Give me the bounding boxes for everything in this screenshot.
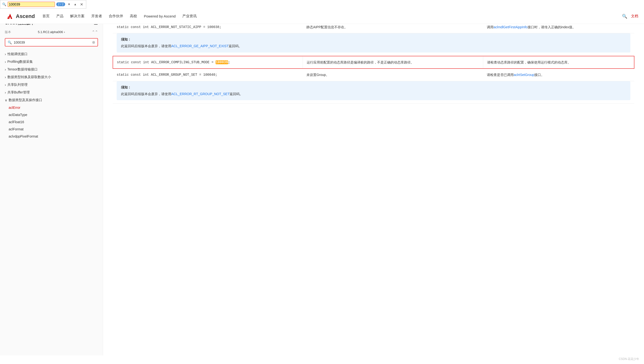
sidebar: CANN社区版本 ☰ 版本 5.1.RC2.alpha006 › ⌃⌃ 🔍 ⊗ … xyxy=(0,15,103,355)
logo[interactable]: Ascend xyxy=(6,12,35,20)
version-selector[interactable]: 5.1.RC2.alpha006 › xyxy=(38,30,65,34)
code-text-after: ; xyxy=(228,60,230,64)
notice-link2[interactable]: ACL_ERROR_RT_GROUP_NOT_SET xyxy=(171,92,230,96)
sidebar-item-queue-mgmt[interactable]: › 共享队列管理 xyxy=(0,81,103,89)
suggestion-text: 调用 xyxy=(487,25,494,29)
sidebar-item-aclerror[interactable]: aclError xyxy=(0,104,103,111)
chevron-down-icon: ∨ xyxy=(5,98,7,102)
suggestion-link[interactable]: aclrtSetGroup xyxy=(514,73,534,77)
collapse-icon[interactable]: ⌃⌃ xyxy=(92,30,98,34)
version-label: 版本 xyxy=(5,30,11,34)
notice-text2: 此返回码后续版本会废弃，请使用ACL_ERROR_RT_GROUP_NOT_SE… xyxy=(121,91,626,97)
code-cell: static const int ACL_ERROR_GROUP_NOT_SET… xyxy=(113,68,302,81)
code-cell-highlighted: static const int ACL_ERROR_COMPILING_STU… xyxy=(113,56,302,68)
sidebar-sub-item-label: aclDataType xyxy=(8,113,27,117)
search-overlay: 🔍 2 / 2 ▼ ▲ ✕ xyxy=(0,0,86,9)
nav-product[interactable]: 产品 xyxy=(56,14,64,18)
notice-link[interactable]: ACL_ERROR_GE_AIPP_NOT_EXIST xyxy=(171,44,228,48)
sidebar-item-datatype-convert[interactable]: › 数据类型转换及获取数据大小 xyxy=(0,73,103,81)
sidebar-item-tensor[interactable]: › Tensor数据传输接口 xyxy=(0,66,103,73)
sidebar-item-datatype-ops[interactable]: ∨ 数据类型及其操作接口 xyxy=(0,96,103,104)
version-value-text: 5.1.RC2.alpha006 xyxy=(38,30,63,34)
sidebar-item-aclvdpp[interactable]: aclvdppPixelFormat xyxy=(0,133,103,140)
description-text: 未设置Group。 xyxy=(306,73,329,77)
chevron-icon: › xyxy=(5,75,6,79)
version-chevron-icon: › xyxy=(64,30,65,34)
search-prev-btn[interactable]: ▼ xyxy=(66,2,72,6)
chevron-icon: › xyxy=(5,60,6,64)
nav-partners[interactable]: 合作伙伴 xyxy=(109,14,123,18)
nav-industry-news[interactable]: 产业资讯 xyxy=(182,14,197,18)
suggestion-link[interactable]: aclmdlGetFirstAippInfo xyxy=(494,25,528,29)
description-cell: 运行应用前配置的动态库路径是编译桩的路径，不是正确的动态库路径。 xyxy=(302,56,483,68)
sidebar-item-label: 共享队列管理 xyxy=(8,83,28,87)
code-text: static const int ACL_ERROR_GROUP_NOT_SET… xyxy=(117,73,217,77)
suggestion-text: 请检查是否已调用 xyxy=(487,73,514,77)
suggestion-text2: 接口时，请传入正确的index值。 xyxy=(528,25,576,29)
sidebar-item-acldatatype[interactable]: aclDataType xyxy=(0,111,103,118)
nav-tree: › 性能调优接口 › Profiling数据采集 › Tensor数据传输接口 … xyxy=(0,50,103,145)
suggestion-text: 请检查动态库路径的配置，确保使用运行模式的动态库。 xyxy=(487,60,571,64)
main-nav: 首页 产品 解决方案 开发者 合作伙伴 高校 Powered by Ascend… xyxy=(42,14,622,18)
sidebar-item-label: 性能调优接口 xyxy=(8,52,28,56)
nav-developers[interactable]: 开发者 xyxy=(91,14,102,18)
description-text: 运行应用前配置的动态库路径是编译桩的路径，不是正确的动态库路径。 xyxy=(307,60,414,64)
nav-colleges[interactable]: 高校 xyxy=(130,14,137,18)
sidebar-search-icon: 🔍 xyxy=(8,40,12,44)
description-text: 静态AIPP配置信息不存在。 xyxy=(306,25,348,29)
sidebar-item-performance[interactable]: › 性能调优接口 xyxy=(0,50,103,58)
search-next-btn[interactable]: ▲ xyxy=(73,2,78,6)
table-row: static const int ACL_ERROR_GROUP_NOT_SET… xyxy=(113,68,634,81)
code-text: static const int ACL_ERROR_NOT_STATIC_AI… xyxy=(117,25,222,29)
table-row-notice2: 须知： 此返回码后续版本会废弃，请使用ACL_ERROR_RT_GROUP_NO… xyxy=(113,81,634,104)
sidebar-item-label: 数据类型及其操作接口 xyxy=(8,98,42,102)
sidebar-search-input[interactable] xyxy=(14,40,90,44)
sidebar-item-buffer-mgmt[interactable]: › 共享Buffer管理 xyxy=(0,89,103,96)
sidebar-search-clear-btn[interactable]: ⊗ xyxy=(92,40,95,44)
code-text-before: static const int ACL_ERROR_COMPILING_STU… xyxy=(117,60,216,64)
header-search-icon[interactable]: 🔍 xyxy=(622,14,627,19)
table-row-notice: 须知： 此返回码后续版本会废弃，请使用ACL_ERROR_GE_AIPP_NOT… xyxy=(113,33,634,56)
notice-text: 此返回码后续版本会废弃，请使用ACL_ERROR_GE_AIPP_NOT_EXI… xyxy=(121,43,626,49)
sidebar-item-label: 共享Buffer管理 xyxy=(8,90,30,95)
match-badge: 2 / 2 xyxy=(56,2,65,6)
notice-title2: 须知： xyxy=(121,84,626,90)
header-doc-link[interactable]: 文档 xyxy=(631,14,638,18)
chevron-icon: › xyxy=(5,68,6,72)
nav-solutions[interactable]: 解决方案 xyxy=(70,14,84,18)
doc-table: static const int ACL_ERROR_NOT_STATIC_AI… xyxy=(112,21,634,104)
sidebar-sub-item-label: aclvdppPixelFormat xyxy=(8,134,38,138)
sidebar-sub-item-label: aclError xyxy=(8,106,20,110)
header: Ascend 首页 产品 解决方案 开发者 合作伙伴 高校 Powered by… xyxy=(0,9,644,24)
sidebar-search-box: 🔍 ⊗ xyxy=(5,38,98,46)
chevron-icon: › xyxy=(5,52,6,56)
sidebar-item-label: Tensor数据传输接口 xyxy=(8,67,38,72)
suggestion-cell: 请检查是否已调用aclrtSetGroup接口。 xyxy=(483,68,634,81)
logo-svg xyxy=(6,12,14,20)
search-input[interactable] xyxy=(8,2,55,7)
notice-box2: 须知： 此返回码后续版本会废弃，请使用ACL_ERROR_RT_GROUP_NO… xyxy=(117,81,630,100)
sidebar-sub-item-label: aclFloat16 xyxy=(8,120,24,124)
svg-marker-0 xyxy=(8,14,12,19)
search-close-btn[interactable]: ✕ xyxy=(79,2,84,7)
table-row-highlighted: static const int ACL_ERROR_COMPILING_STU… xyxy=(113,56,634,68)
notice-title: 须知： xyxy=(121,37,626,42)
chevron-icon: › xyxy=(5,83,6,87)
suggestion-cell: 请检查动态库路径的配置，确保使用运行模式的动态库。 xyxy=(483,56,634,68)
chevron-icon: › xyxy=(5,90,6,94)
sidebar-item-label: Profiling数据采集 xyxy=(8,60,33,64)
description-cell: 未设置Group。 xyxy=(302,68,483,81)
sidebar-sub-item-label: aclFormat xyxy=(8,127,24,131)
logo-text: Ascend xyxy=(16,13,35,20)
sidebar-item-aclformat[interactable]: aclFormat xyxy=(0,126,103,133)
nav-home[interactable]: 首页 xyxy=(42,14,50,18)
sidebar-item-aclfloat16[interactable]: aclFloat16 xyxy=(0,118,103,126)
highlight-100039: 100039 xyxy=(216,60,228,64)
sidebar-version-row: 版本 5.1.RC2.alpha006 › ⌃⌃ xyxy=(0,30,103,38)
header-right: 🔍 文档 xyxy=(622,14,638,19)
main-content: static const int ACL_ERROR_NOT_STATIC_AI… xyxy=(103,15,644,355)
sidebar-item-profiling[interactable]: › Profiling数据采集 xyxy=(0,58,103,66)
nav-powered-by-ascend[interactable]: Powered by Ascend xyxy=(144,14,176,18)
suggestion-text2: 接口。 xyxy=(534,73,544,77)
page-layout: CANN社区版本 ☰ 版本 5.1.RC2.alpha006 › ⌃⌃ 🔍 ⊗ … xyxy=(0,15,644,355)
